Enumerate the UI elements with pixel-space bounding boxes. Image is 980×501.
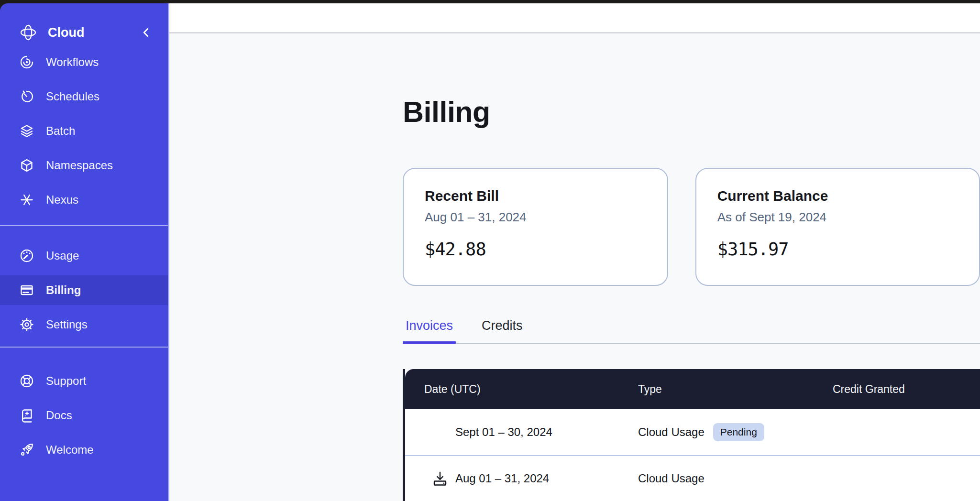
sidebar-item-label: Welcome [46,443,94,457]
date-cell: Sept 01 – 30, 2024 [405,424,638,441]
card-amount: $315.97 [717,239,958,260]
batch-icon [19,123,34,139]
billing-icon [19,283,34,298]
schedules-icon [19,89,34,104]
column-header-type: Type [638,383,833,396]
sidebar-item-schedules[interactable]: Schedules [0,82,168,111]
download-icon-slot-empty [431,424,449,441]
sidebar-item-label: Support [46,374,86,388]
sidebar-item-label: Docs [46,409,72,422]
download-icon-slot[interactable] [431,470,449,487]
type-cell: Cloud Usage Pending [638,423,833,441]
table-row: Aug 01 – 31, 2024 Cloud Usage [405,455,980,501]
type-cell: Cloud Usage [638,472,833,485]
sidebar-item-usage[interactable]: Usage [0,241,168,271]
sidebar-item-docs[interactable]: Docs [0,401,168,430]
sidebar-item-nexus[interactable]: Nexus [0,185,168,215]
support-icon [19,373,34,389]
tab-invoices[interactable]: Invoices [403,318,456,343]
sidebar-nav-account: Usage Billing Setting [0,241,168,339]
sidebar-nav-footer: Support Docs Welcome [0,366,168,465]
sidebar-item-label: Usage [46,249,79,262]
temporal-cloud-logo-icon [19,23,37,42]
docs-icon [19,408,34,423]
sidebar-item-billing[interactable]: Billing [0,275,168,305]
sidebar-item-label: Settings [46,318,88,331]
current-balance-card: Current Balance As of Sept 19, 2024 $315… [695,168,980,286]
billing-tabs: Invoices Credits [403,318,980,344]
sidebar-item-namespaces[interactable]: Namespaces [0,151,168,180]
top-bar [169,3,980,33]
status-badge-pending: Pending [713,423,764,441]
sidebar-item-label: Nexus [46,193,78,207]
card-period: As of Sept 19, 2024 [717,210,958,225]
sidebar-item-label: Batch [46,124,75,138]
card-amount: $42.88 [425,239,646,260]
sidebar-item-label: Schedules [46,90,99,103]
tab-credits[interactable]: Credits [479,318,526,343]
sidebar-item-label: Workflows [46,55,99,69]
column-header-credit-granted: Credit Granted [833,383,980,396]
sidebar-brand: Cloud [0,18,168,47]
table-row: Sept 01 – 30, 2024 Cloud Usage Pending [405,409,980,455]
sidebar-item-label: Billing [46,283,81,297]
welcome-rocket-icon [19,442,34,457]
download-invoice-icon[interactable] [431,470,449,487]
sidebar-item-workflows[interactable]: Workflows [0,47,168,77]
billing-page: Billing Recent Bill Aug 01 – 31, 2024 $4… [169,33,980,501]
namespaces-icon [19,158,34,173]
recent-bill-card: Recent Bill Aug 01 – 31, 2024 $42.88 [403,168,668,286]
page-title: Billing [403,33,980,126]
sidebar-item-batch[interactable]: Batch [0,116,168,146]
card-title: Recent Bill [425,188,646,204]
table-header: Date (UTC) Type Credit Granted [405,369,980,409]
summary-cards: Recent Bill Aug 01 – 31, 2024 $42.88 Cur… [403,168,980,286]
invoice-date: Sept 01 – 30, 2024 [455,425,552,439]
brand-label: Cloud [48,25,84,40]
card-title: Current Balance [717,188,958,204]
date-cell: Aug 01 – 31, 2024 [405,470,638,487]
card-period: Aug 01 – 31, 2024 [425,210,646,225]
sidebar-item-label: Namespaces [46,159,113,172]
invoice-type: Cloud Usage [638,472,705,485]
sidebar-item-settings[interactable]: Settings [0,310,168,339]
app-window: Cloud Workflows Schedules [0,3,980,501]
sidebar-nav-primary: Workflows Schedules Batch [0,47,168,215]
main-area: Billing Recent Bill Aug 01 – 31, 2024 $4… [169,3,980,501]
usage-icon [19,248,34,263]
sidebar-collapse-chevron-left-icon[interactable] [140,26,153,39]
sidebar-item-support[interactable]: Support [0,366,168,396]
settings-icon [19,317,34,332]
invoice-date: Aug 01 – 31, 2024 [455,472,549,485]
invoice-type: Cloud Usage [638,425,705,439]
sidebar-item-welcome[interactable]: Welcome [0,435,168,465]
sidebar-divider [0,347,168,348]
invoices-table: Date (UTC) Type Credit Granted Sept 01 –… [403,369,980,501]
workflows-icon [19,54,34,70]
sidebar-divider [0,225,168,226]
nexus-icon [19,192,34,207]
column-header-date: Date (UTC) [405,383,638,396]
sidebar: Cloud Workflows Schedules [0,3,169,501]
